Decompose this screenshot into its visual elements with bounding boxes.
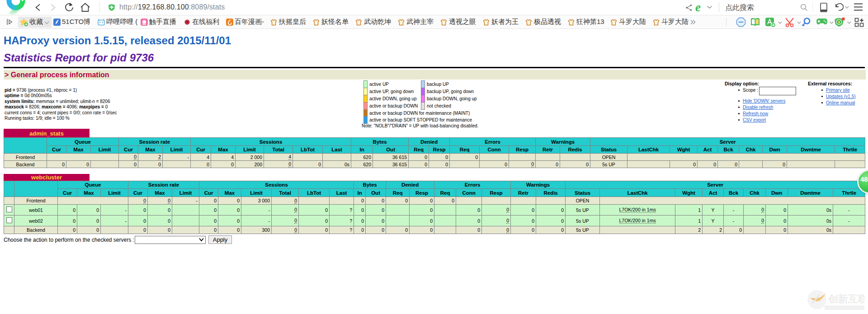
svg-text:创新互联: 创新互联 (828, 293, 864, 305)
